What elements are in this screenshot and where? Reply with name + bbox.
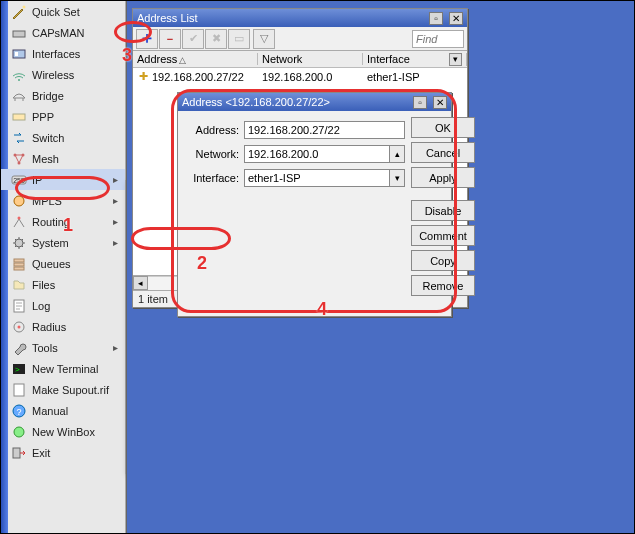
sort-asc-icon: △ — [179, 55, 186, 65]
sidebar-item-new-terminal[interactable]: >New Terminal — [1, 358, 125, 379]
comment-button[interactable]: Comment — [411, 225, 475, 246]
minimize-icon[interactable]: ▫ — [429, 12, 443, 25]
exit-icon — [11, 445, 27, 461]
address-edit-title: Address <192.168.200.27/22> — [182, 96, 330, 108]
svg-rect-16 — [14, 267, 24, 270]
add-button[interactable]: ＋ — [136, 29, 158, 49]
sidebar-item-label: Log — [32, 300, 50, 312]
form-fields: Address: Network: ▴ Interface: ▾ — [186, 117, 405, 310]
sidebar-item-ppp[interactable]: PPP — [1, 106, 125, 127]
col-address[interactable]: Address△ — [133, 53, 258, 65]
interface-field[interactable] — [244, 169, 390, 187]
chevron-right-icon: ▸ — [113, 237, 118, 248]
svg-text:>: > — [15, 365, 20, 374]
sidebar-item-ip[interactable]: 255IP▸ — [1, 169, 125, 190]
sidebar-item-exit[interactable]: Exit — [1, 442, 125, 463]
cancel-button[interactable]: Cancel — [411, 142, 475, 163]
ok-button[interactable]: OK — [411, 117, 475, 138]
sidebar-item-capsman[interactable]: CAPsMAN — [1, 22, 125, 43]
column-menu-icon[interactable]: ▾ — [449, 53, 462, 66]
svg-point-19 — [18, 325, 21, 328]
sidebar-item-wireless[interactable]: Wireless — [1, 64, 125, 85]
app-root: Quick SetCAPsMANInterfacesWirelessBridge… — [1, 1, 634, 533]
sidebar-item-interfaces[interactable]: Interfaces — [1, 43, 125, 64]
sidebar-item-label: PPP — [32, 111, 54, 123]
system-icon — [11, 235, 27, 251]
sidebar-item-label: Interfaces — [32, 48, 80, 60]
queues-icon — [11, 256, 27, 272]
svg-point-12 — [18, 216, 21, 219]
sidebar-item-label: Radius — [32, 321, 66, 333]
apply-button[interactable]: Apply — [411, 167, 475, 188]
filter-button[interactable]: ▽ — [253, 29, 275, 49]
disable-button[interactable]: Disable — [411, 200, 475, 221]
sidebar-item-switch[interactable]: Switch — [1, 127, 125, 148]
remove-button[interactable]: Remove — [411, 275, 475, 296]
table-row[interactable]: ✚192.168.200.27/22 192.168.200.0 ether1-… — [133, 68, 467, 85]
svg-rect-14 — [14, 259, 24, 262]
svg-rect-5 — [13, 114, 25, 120]
svg-point-11 — [14, 196, 24, 206]
disable-button[interactable]: ✖ — [205, 29, 227, 49]
minimize-icon[interactable]: ▫ — [413, 96, 427, 109]
col-network[interactable]: Network — [258, 53, 363, 65]
col-interface[interactable]: Interface▾ — [363, 53, 467, 66]
sidebar-item-label: MPLS — [32, 195, 62, 207]
svg-rect-26 — [13, 448, 20, 458]
cell-interface: ether1-ISP — [363, 71, 467, 83]
sidebar-item-mpls[interactable]: MPLS▸ — [1, 190, 125, 211]
svg-point-0 — [23, 5, 26, 8]
network-field[interactable] — [244, 145, 390, 163]
log-icon — [11, 298, 27, 314]
routing-icon — [11, 214, 27, 230]
wifi-icon — [11, 67, 27, 83]
tools-icon — [11, 340, 27, 356]
svg-rect-22 — [14, 384, 24, 396]
sidebar-item-label: Bridge — [32, 90, 64, 102]
network-up-icon[interactable]: ▴ — [390, 145, 405, 163]
sidebar-item-label: Routing — [32, 216, 70, 228]
interface-dropdown-icon[interactable]: ▾ — [390, 169, 405, 187]
sidebar-item-queues[interactable]: Queues — [1, 253, 125, 274]
content-area: Address List ▫ ✕ ＋ − ✔ ✖ ▭ ▽ Address△ — [126, 1, 634, 533]
sidebar-item-label: Queues — [32, 258, 71, 270]
address-field[interactable] — [244, 121, 405, 139]
address-list-titlebar[interactable]: Address List ▫ ✕ — [133, 9, 467, 27]
address-edit-titlebar[interactable]: Address <192.168.200.27/22> ▫ ✕ — [178, 93, 451, 111]
files-icon — [11, 277, 27, 293]
sidebar-item-manual[interactable]: ?Manual — [1, 400, 125, 421]
find-input[interactable] — [412, 30, 464, 48]
sidebar-item-label: Quick Set — [32, 6, 80, 18]
remove-button[interactable]: − — [159, 29, 181, 49]
close-icon[interactable]: ✕ — [449, 12, 463, 25]
sidebar-item-files[interactable]: Files — [1, 274, 125, 295]
sidebar-item-label: Make Supout.rif — [32, 384, 109, 396]
cell-address: 192.168.200.27/22 — [152, 71, 244, 83]
sidebar-item-bridge[interactable]: Bridge — [1, 85, 125, 106]
sidebar-item-new-winbox[interactable]: New WinBox — [1, 421, 125, 442]
copy-button[interactable]: Copy — [411, 250, 475, 271]
chevron-right-icon: ▸ — [113, 342, 118, 353]
svg-rect-3 — [15, 52, 18, 56]
close-icon[interactable]: ✕ — [433, 96, 447, 109]
sidebar-item-label: System — [32, 237, 69, 249]
sidebar-item-radius[interactable]: Radius — [1, 316, 125, 337]
cap-icon — [11, 25, 27, 41]
label-address: Address: — [186, 124, 244, 136]
svg-point-13 — [15, 239, 23, 247]
sidebar-item-label: New Terminal — [32, 363, 98, 375]
svg-rect-1 — [13, 31, 25, 37]
sidebar-item-log[interactable]: Log — [1, 295, 125, 316]
enable-button[interactable]: ✔ — [182, 29, 204, 49]
radius-icon — [11, 319, 27, 335]
wand-icon — [11, 4, 27, 20]
sidebar-item-routing[interactable]: Routing▸ — [1, 211, 125, 232]
sidebar-item-system[interactable]: System▸ — [1, 232, 125, 253]
svg-rect-2 — [13, 50, 25, 58]
sidebar-item-quick-set[interactable]: Quick Set — [1, 1, 125, 22]
sidebar-item-tools[interactable]: Tools▸ — [1, 337, 125, 358]
comment-button[interactable]: ▭ — [228, 29, 250, 49]
sidebar-item-mesh[interactable]: Mesh — [1, 148, 125, 169]
sidebar-item-make-supout.rif[interactable]: Make Supout.rif — [1, 379, 125, 400]
scroll-left-icon[interactable]: ◂ — [133, 276, 148, 290]
